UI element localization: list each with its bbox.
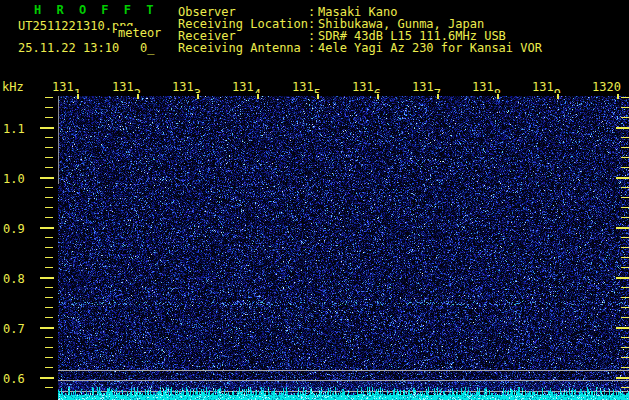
freq-label-1.1: 1.1 (3, 122, 25, 136)
hrofft-screen: H R O F F T UT2511221310.png meteor 25.1… (0, 0, 629, 400)
time-label-1319: 1319 (532, 80, 564, 93)
time-label-1317: 1317 (412, 80, 444, 93)
time-label-1311: 1311 (52, 80, 84, 93)
info-separator: : (308, 42, 318, 54)
freq-label-0.9: 0.9 (3, 222, 25, 236)
y-axis-unit-label: kHz (2, 80, 24, 94)
freq-label-0.6: 0.6 (3, 372, 25, 386)
time-axis-ticks (77, 94, 621, 99)
app-title: H R O F F T (34, 3, 157, 17)
info-row-antenna: Receiving Antenna:4ele Yagi Az 230 for K… (178, 42, 542, 54)
spectrogram-canvas (58, 96, 629, 400)
time-label-1318: 1318 (472, 80, 504, 93)
echo-counter: 0_ (140, 41, 154, 55)
observation-datetime: 25.11.22 13:10 (18, 41, 119, 55)
info-value: 4ele Yagi Az 230 for Kansai VOR (318, 41, 542, 55)
time-label-1312: 1312 (112, 80, 144, 93)
freq-label-0.8: 0.8 (3, 272, 25, 286)
freq-label-0.7: 0.7 (3, 322, 25, 336)
info-label: Receiving Antenna (178, 42, 308, 54)
time-label-1315: 1315 (292, 80, 324, 93)
station-info-block: Observer:Masaki Kano Receiving Location:… (178, 6, 542, 54)
time-label-1314: 1314 (232, 80, 264, 93)
freq-axis-major-ticks-right (616, 127, 629, 380)
time-label-1320: 1320 (592, 80, 624, 93)
freq-label-1.0: 1.0 (3, 172, 25, 186)
freq-axis-major-ticks-left (40, 127, 54, 380)
time-label-1316: 1316 (352, 80, 384, 93)
time-label-1313: 1313 (172, 80, 204, 93)
observation-name: meteor (117, 26, 162, 40)
